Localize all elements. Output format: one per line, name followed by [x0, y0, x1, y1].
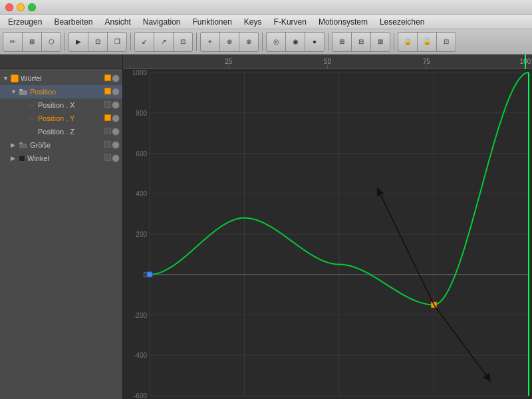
- item-icon-groesse: [19, 140, 28, 150]
- ctrl-circle-wuerfel[interactable]: [112, 74, 120, 82]
- toolbar-btn-5-2[interactable]: ⊠: [371, 33, 390, 51]
- toolbar-separator-4: [262, 33, 263, 51]
- menu-item-funktionen[interactable]: Funktionen: [187, 16, 237, 28]
- ctrl-circle-winkel[interactable]: [112, 154, 120, 162]
- tree-item-pos-y[interactable]: —Position . Y: [0, 112, 122, 125]
- svg-rect-1: [19, 89, 23, 91]
- tree-item-groesse[interactable]: ▶Größe: [0, 138, 122, 152]
- item-icon-pos-z: —: [27, 127, 36, 136]
- toolbar-btn-3-2[interactable]: ⊗: [239, 33, 258, 51]
- ctrl-dot-pos-y[interactable]: [104, 114, 111, 121]
- toolbar-group-6: 🔒🔓⊡: [398, 32, 456, 52]
- item-icon-wuerfel: [11, 74, 19, 82]
- toolbar-btn-6-2[interactable]: ⊡: [437, 33, 456, 51]
- header-canvas: [123, 55, 532, 69]
- main-area: ▼Würfel▼Position—Position . X—Position .…: [0, 55, 532, 399]
- ctrl-dot-wuerfel[interactable]: [104, 74, 111, 81]
- ctrl-dot-position[interactable]: [104, 88, 111, 94]
- ctrl-dot-pos-x[interactable]: [104, 101, 111, 108]
- toolbar-group-2: ↙↗⊡: [134, 32, 193, 52]
- toolbar-btn-1-0[interactable]: ▶: [69, 33, 88, 51]
- toolbar-group-4: ◎◉●: [266, 32, 325, 52]
- toolbar-btn-6-0[interactable]: 🔒: [398, 33, 417, 51]
- expand-icon-winkel[interactable]: ▶: [11, 155, 19, 162]
- minimize-button[interactable]: [17, 3, 25, 11]
- expand-icon-position[interactable]: ▼: [11, 88, 19, 95]
- item-controls-wuerfel: [104, 74, 120, 82]
- svg-rect-0: [19, 90, 27, 95]
- toolbar: ✏⊞⬡▶⊡❐↙↗⊡⌖⊕⊗◎◉●⊞⊟⊠🔒🔓⊡: [0, 29, 532, 55]
- item-icon-pos-x: —: [27, 100, 36, 110]
- toolbar-btn-0-2[interactable]: ⬡: [42, 33, 61, 51]
- item-label-pos-y: Position . Y: [38, 114, 103, 122]
- ctrl-circle-pos-y[interactable]: [112, 114, 120, 122]
- item-controls-position: [104, 88, 120, 96]
- item-controls-pos-y: [104, 114, 120, 122]
- toolbar-btn-2-1[interactable]: ↗: [154, 33, 173, 51]
- close-button[interactable]: [5, 3, 13, 11]
- toolbar-btn-2-2[interactable]: ⊡: [174, 33, 192, 51]
- svg-rect-3: [19, 142, 23, 144]
- menu-item-erzeugen[interactable]: Erzeugen: [3, 16, 47, 28]
- ctrl-dot-pos-z[interactable]: [104, 128, 111, 134]
- item-label-wuerfel: Würfel: [21, 74, 103, 82]
- toolbar-btn-3-0[interactable]: ⌖: [201, 33, 219, 51]
- toolbar-btn-0-1[interactable]: ⊞: [23, 33, 41, 51]
- toolbar-btn-5-0[interactable]: ⊞: [332, 33, 351, 51]
- menu-item-lesezeichen[interactable]: Lesezeichen: [374, 16, 430, 28]
- timeline-header: [123, 55, 532, 69]
- ctrl-circle-groesse[interactable]: [112, 141, 120, 149]
- menu-item-bearbeiten[interactable]: Bearbeiten: [49, 16, 98, 28]
- item-label-groesse: Größe: [30, 141, 103, 149]
- ctrl-dot-winkel[interactable]: [104, 154, 111, 161]
- toolbar-btn-0-0[interactable]: ✏: [3, 33, 22, 51]
- menubar: ErzeugenBearbeitenAnsichtNavigationFunkt…: [0, 15, 532, 29]
- menu-item-f-kurven[interactable]: F-Kurven: [269, 16, 312, 28]
- ctrl-circle-pos-z[interactable]: [112, 128, 120, 136]
- expand-icon-groesse[interactable]: ▶: [11, 142, 19, 148]
- item-icon-pos-y: —: [27, 114, 36, 123]
- item-controls-pos-z: [104, 128, 120, 136]
- toolbar-btn-4-0[interactable]: ◎: [267, 33, 285, 51]
- tree-item-wuerfel[interactable]: ▼Würfel: [0, 72, 122, 85]
- tree-item-pos-z[interactable]: —Position . Z: [0, 125, 122, 138]
- tree-area: ▼Würfel▼Position—Position . X—Position .…: [0, 69, 122, 399]
- ctrl-dot-groesse[interactable]: [104, 141, 111, 148]
- tree-item-winkel[interactable]: ▶Winkel: [0, 152, 122, 165]
- item-controls-groesse: [104, 141, 120, 149]
- canvas-area: [123, 69, 532, 399]
- item-label-winkel: Winkel: [27, 154, 103, 162]
- maximize-button[interactable]: [28, 3, 36, 11]
- traffic-lights: [5, 3, 36, 11]
- item-controls-pos-x: [104, 101, 120, 109]
- tree-item-position[interactable]: ▼Position: [0, 85, 122, 98]
- item-icon-position: [19, 87, 28, 96]
- toolbar-btn-1-1[interactable]: ⊡: [88, 33, 107, 51]
- toolbar-btn-4-2[interactable]: ●: [305, 33, 324, 51]
- ctrl-circle-position[interactable]: [112, 88, 120, 96]
- expand-icon-wuerfel[interactable]: ▼: [3, 75, 11, 82]
- toolbar-btn-6-1[interactable]: 🔓: [418, 33, 436, 51]
- item-controls-winkel: [104, 154, 120, 162]
- tree-item-pos-x[interactable]: —Position . X: [0, 98, 122, 112]
- menu-item-ansicht[interactable]: Ansicht: [99, 16, 136, 28]
- curve-editor[interactable]: [123, 55, 532, 399]
- ctrl-circle-pos-x[interactable]: [112, 101, 120, 109]
- menu-item-keys[interactable]: Keys: [239, 16, 267, 28]
- menu-item-navigation[interactable]: Navigation: [138, 16, 186, 28]
- menu-item-motionsystem[interactable]: Motionsystem: [313, 16, 373, 28]
- svg-rect-2: [19, 144, 27, 148]
- titlebar: [0, 0, 532, 15]
- toolbar-btn-2-0[interactable]: ↙: [135, 33, 154, 51]
- toolbar-btn-4-1[interactable]: ◉: [286, 33, 305, 51]
- toolbar-btn-1-2[interactable]: ❐: [108, 33, 126, 51]
- panel-header: [0, 55, 122, 69]
- toolbar-group-0: ✏⊞⬡: [3, 32, 61, 52]
- toolbar-separator-1: [65, 33, 65, 51]
- toolbar-group-3: ⌖⊕⊗: [200, 32, 259, 52]
- toolbar-group-1: ▶⊡❐: [68, 32, 127, 52]
- toolbar-separator-2: [130, 33, 131, 51]
- toolbar-btn-3-1[interactable]: ⊕: [220, 33, 239, 51]
- item-icon-winkel: [19, 155, 25, 162]
- toolbar-btn-5-1[interactable]: ⊟: [352, 33, 370, 51]
